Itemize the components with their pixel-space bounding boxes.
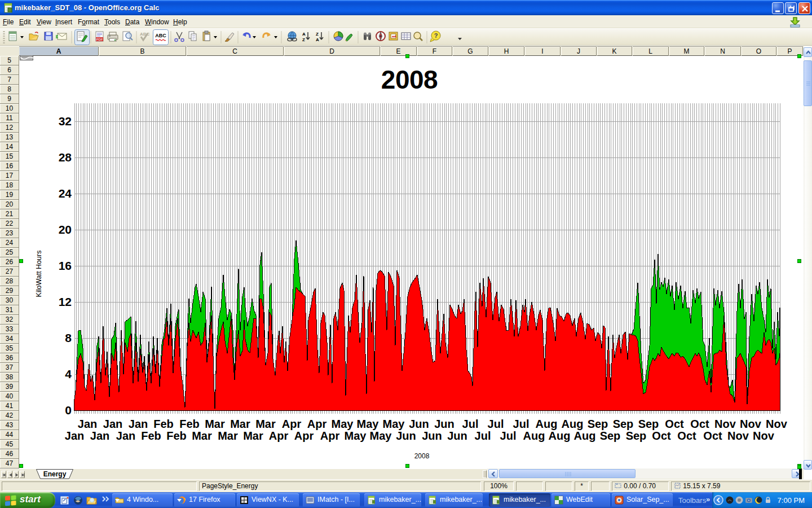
svg-text:Oct: Oct [690, 418, 709, 430]
svg-text:May: May [357, 418, 379, 430]
svg-text:2008: 2008 [381, 65, 438, 94]
svg-text:Jul: Jul [475, 430, 491, 442]
svg-text:Sep: Sep [613, 418, 634, 430]
svg-text:Mar: Mar [255, 418, 276, 430]
svg-text:Feb: Feb [179, 418, 200, 430]
svg-text:Jun: Jun [422, 430, 442, 442]
svg-text:Apr: Apr [320, 430, 340, 442]
svg-text:Feb: Feb [153, 418, 174, 430]
svg-text:28: 28 [59, 151, 72, 164]
svg-text:Nov: Nov [727, 430, 749, 442]
svg-text:Nov: Nov [740, 418, 762, 430]
svg-text:Mar: Mar [230, 418, 250, 430]
svg-text:Jul: Jul [488, 418, 504, 430]
svg-text:Jul: Jul [513, 418, 529, 430]
svg-text:2008: 2008 [414, 452, 430, 460]
svg-text:Aug: Aug [562, 418, 584, 430]
svg-text:32: 32 [59, 115, 72, 128]
svg-text:24: 24 [59, 187, 72, 200]
svg-text:Apr: Apr [294, 430, 314, 442]
svg-text:20: 20 [59, 223, 72, 236]
svg-text:Sep: Sep [588, 418, 608, 430]
svg-text:12: 12 [59, 295, 72, 308]
svg-text:0: 0 [65, 404, 72, 417]
svg-text:Oct: Oct [677, 430, 696, 442]
svg-text:Jan: Jan [116, 430, 135, 442]
svg-text:Energy: Energy [43, 470, 67, 478]
svg-text:Oct: Oct [703, 430, 722, 442]
svg-text:Jan: Jan [65, 430, 84, 442]
svg-text:Aug: Aug [574, 430, 596, 442]
svg-text:KiloWatt Hours: KiloWatt Hours [35, 251, 43, 297]
svg-text:Jun: Jun [447, 430, 467, 442]
svg-text:May: May [332, 418, 354, 430]
svg-text:Apr: Apr [269, 430, 289, 442]
svg-text:Jun: Jun [396, 430, 416, 442]
svg-text:Mar: Mar [243, 430, 263, 442]
svg-text:Jul: Jul [462, 418, 479, 430]
svg-text:Jun: Jun [434, 418, 454, 430]
svg-text:8: 8 [65, 331, 72, 344]
svg-text:Aug: Aug [549, 430, 571, 442]
svg-text:May: May [370, 430, 392, 442]
svg-text:Jan: Jan [129, 418, 148, 430]
svg-text:Feb: Feb [141, 430, 161, 442]
svg-text:Jul: Jul [500, 430, 517, 442]
svg-text:Jan: Jan [103, 418, 122, 430]
svg-text:Oct: Oct [652, 430, 671, 442]
svg-text:Jan: Jan [90, 430, 109, 442]
svg-text:Mar: Mar [205, 418, 225, 430]
svg-text:Nov: Nov [714, 418, 736, 430]
svg-text:Jan: Jan [78, 418, 97, 430]
svg-text:4: 4 [65, 367, 72, 380]
svg-text:Oct: Oct [665, 418, 684, 430]
svg-text:Feb: Feb [166, 430, 187, 442]
svg-text:Nov: Nov [753, 430, 775, 442]
svg-text:16: 16 [59, 259, 72, 272]
svg-text:May: May [345, 430, 367, 442]
svg-text:May: May [383, 418, 405, 430]
svg-text:Sep: Sep [638, 418, 659, 430]
svg-text:Aug: Aug [536, 418, 558, 430]
svg-text:Aug: Aug [523, 430, 545, 442]
svg-text:Apr: Apr [307, 418, 327, 430]
svg-text:Nov: Nov [766, 418, 788, 430]
svg-text:Apr: Apr [282, 418, 302, 430]
svg-text:Mar: Mar [218, 430, 238, 442]
svg-text:Sep: Sep [626, 430, 647, 442]
svg-text:Mar: Mar [192, 430, 212, 442]
svg-text:Jun: Jun [409, 418, 429, 430]
svg-text:Sep: Sep [600, 430, 621, 442]
